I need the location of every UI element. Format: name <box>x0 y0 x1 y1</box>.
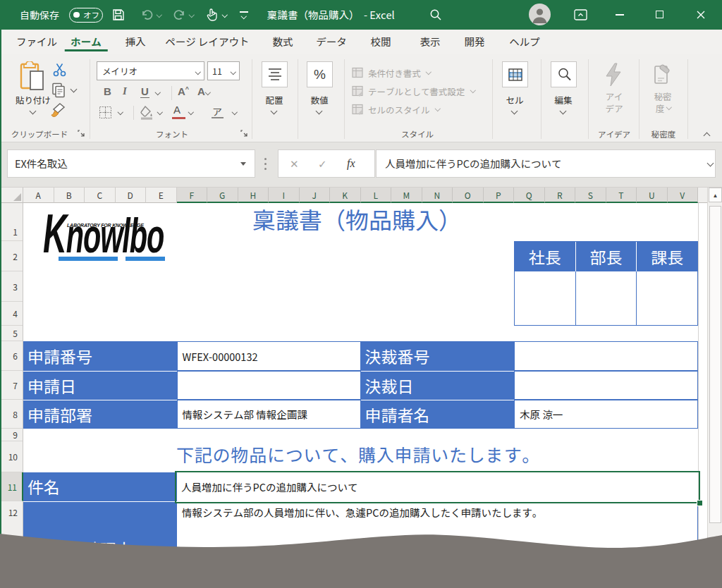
clipboard-dialog-launcher-icon[interactable] <box>78 130 85 137</box>
tab-data[interactable]: データ <box>316 30 347 54</box>
formula-bar-expand-icon[interactable] <box>707 160 714 167</box>
copy-icon[interactable] <box>51 82 67 98</box>
column-header-V[interactable]: V <box>668 188 699 203</box>
row-header-8[interactable]: 8 <box>0 400 23 429</box>
column-header-H[interactable]: H <box>238 188 269 203</box>
row-header-10[interactable]: 10 <box>0 441 23 472</box>
tab-review[interactable]: 校閲 <box>371 30 391 54</box>
cancel-icon[interactable]: ✕ <box>290 157 299 170</box>
minimize-icon[interactable] <box>616 14 624 16</box>
column-header-Q[interactable]: Q <box>514 188 545 203</box>
paste-dropdown-icon[interactable] <box>30 108 37 115</box>
column-header-N[interactable]: N <box>422 188 453 203</box>
field-value[interactable]: 木原 涼一 <box>515 400 697 428</box>
search-icon[interactable] <box>429 8 442 21</box>
increase-font-size-button[interactable]: A^ <box>178 85 189 97</box>
column-header-S[interactable]: S <box>575 188 606 203</box>
formula-input[interactable]: 人員増加に伴うPCの追加購入について <box>376 149 716 178</box>
customize-qat-chevron-icon[interactable] <box>241 13 247 19</box>
fill-handle[interactable] <box>697 500 703 506</box>
row-header-1[interactable]: 1 <box>0 203 23 241</box>
underline-button[interactable]: U <box>140 85 149 98</box>
name-box[interactable]: EX件名取込 <box>7 149 255 178</box>
cut-icon[interactable] <box>52 63 67 78</box>
font-color-dropdown-icon[interactable] <box>188 109 194 115</box>
font-dialog-launcher-icon[interactable] <box>240 130 247 137</box>
field-value[interactable] <box>178 372 360 399</box>
enter-icon[interactable]: ✓ <box>318 157 327 170</box>
scrollbar-thumb[interactable] <box>709 206 721 523</box>
column-header-R[interactable]: R <box>545 188 576 203</box>
tab-help[interactable]: ヘルプ <box>509 30 540 54</box>
font-name-combobox[interactable]: メイリオ <box>97 61 204 80</box>
field-value[interactable] <box>515 372 697 399</box>
row-header-4[interactable]: 4 <box>0 302 23 326</box>
column-header-M[interactable]: M <box>391 188 422 203</box>
column-header-J[interactable]: J <box>300 188 331 203</box>
row-header-11[interactable]: 11 <box>0 472 23 501</box>
italic-button[interactable]: I <box>123 85 127 97</box>
redo-dropdown-icon[interactable] <box>189 12 195 18</box>
column-header-U[interactable]: U <box>637 188 668 203</box>
name-box-dropdown-icon[interactable] <box>240 162 246 166</box>
maximize-icon[interactable] <box>656 11 663 18</box>
column-header-P[interactable]: P <box>484 188 515 203</box>
row-header-3[interactable]: 3 <box>0 271 23 302</box>
touch-mode-icon[interactable] <box>205 8 219 22</box>
field-value[interactable]: WFEX-00000132 <box>178 342 360 370</box>
column-header-D[interactable]: D <box>116 188 147 203</box>
column-header-I[interactable]: I <box>269 188 300 203</box>
tab-formulas[interactable]: 数式 <box>273 30 293 54</box>
underline-dropdown-icon[interactable] <box>155 90 161 95</box>
column-header-C[interactable]: C <box>85 188 116 203</box>
phonetic-dropdown-icon[interactable] <box>232 109 238 115</box>
undo-icon[interactable] <box>141 9 153 20</box>
ribbon-display-options-icon[interactable] <box>574 9 587 20</box>
close-icon[interactable] <box>696 10 706 20</box>
row-header-7[interactable]: 7 <box>0 371 23 400</box>
insert-function-icon[interactable]: fx <box>347 156 355 171</box>
autosave-toggle[interactable]: オフ <box>69 8 103 23</box>
row-header-6[interactable]: 6 <box>0 341 23 371</box>
column-header-T[interactable]: T <box>606 188 637 203</box>
column-header-L[interactable]: L <box>361 188 392 203</box>
borders-dropdown-icon[interactable] <box>118 109 123 115</box>
formula-bar-splitter[interactable] <box>264 158 267 172</box>
row-header-2[interactable]: 2 <box>0 241 23 271</box>
column-header-B[interactable]: B <box>54 188 85 203</box>
column-header-E[interactable]: E <box>146 188 177 203</box>
paste-label[interactable]: 貼り付け <box>16 93 51 106</box>
row-header-5[interactable]: 5 <box>0 326 23 341</box>
format-painter-icon[interactable] <box>50 102 67 118</box>
fill-color-icon[interactable] <box>139 105 154 120</box>
avatar[interactable] <box>529 4 551 25</box>
column-header-A[interactable]: A <box>23 188 54 203</box>
copy-dropdown-icon[interactable] <box>71 86 78 93</box>
stamp-cell[interactable] <box>515 271 576 325</box>
tab-view[interactable]: 表示 <box>420 30 441 54</box>
save-icon[interactable] <box>112 8 125 21</box>
field-value[interactable] <box>515 342 697 370</box>
column-header-F[interactable]: F <box>177 188 208 203</box>
decrease-font-size-button[interactable]: A <box>197 85 209 97</box>
tab-page-layout[interactable]: ページ レイアウト <box>165 30 249 54</box>
field-value[interactable]: 情報システム部 情報企画課 <box>178 400 360 428</box>
tab-file[interactable]: ファイル <box>16 30 57 54</box>
active-cell-selection[interactable] <box>175 471 700 503</box>
bold-button[interactable]: B <box>104 85 111 97</box>
subject-label-cell[interactable]: 件名 <box>23 472 177 501</box>
fill-color-dropdown-icon[interactable] <box>157 109 163 115</box>
column-header-K[interactable]: K <box>330 188 361 203</box>
select-all-corner[interactable] <box>0 188 23 203</box>
column-header-O[interactable]: O <box>453 188 484 203</box>
stamp-cell[interactable] <box>637 271 697 325</box>
undo-dropdown-icon[interactable] <box>157 12 162 18</box>
collapse-ribbon-icon[interactable] <box>704 133 711 140</box>
font-color-button[interactable]: A <box>173 104 180 116</box>
row-header-9[interactable]: 9 <box>0 429 23 441</box>
redo-icon[interactable] <box>173 9 185 20</box>
stamp-cell[interactable] <box>576 271 637 325</box>
scroll-up-button[interactable]: ▲ <box>709 188 722 202</box>
tab-developer[interactable]: 開発 <box>465 30 485 54</box>
tab-insert[interactable]: 挿入 <box>126 30 146 54</box>
